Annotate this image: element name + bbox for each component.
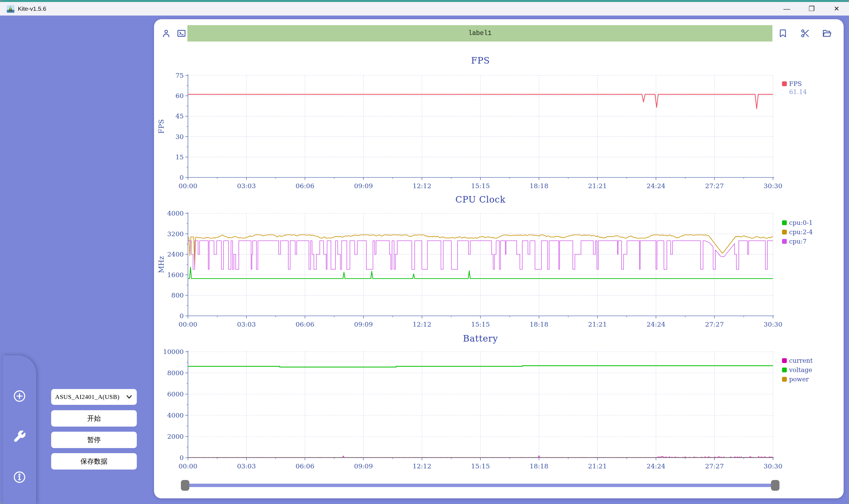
cpu-clock-plot: 0800160024003200400000:0003:0306:0609:09… — [154, 203, 844, 350]
legend-item-cpu-0-1[interactable]: cpu:0-1 — [782, 218, 813, 228]
chart-title-fps: FPS — [188, 55, 773, 66]
svg-text:18:18: 18:18 — [530, 463, 548, 470]
svg-text:4000: 4000 — [167, 412, 184, 419]
title-bar: Kite-v1.5.6 — ❐ ✕ — [0, 2, 849, 16]
slider-handle-right[interactable] — [771, 480, 779, 491]
legend-swatch — [782, 220, 787, 225]
svg-text:21:21: 21:21 — [588, 182, 607, 190]
left-dock — [3, 355, 36, 504]
svg-text:03:03: 03:03 — [237, 463, 256, 470]
svg-text:21:21: 21:21 — [588, 463, 607, 470]
svg-text:75: 75 — [176, 72, 184, 79]
legend-label: voltage — [789, 366, 812, 374]
legend-item-current[interactable]: current — [782, 356, 813, 365]
svg-text:21:21: 21:21 — [588, 321, 607, 328]
svg-text:2000: 2000 — [167, 433, 184, 440]
terminal-icon[interactable] — [177, 29, 186, 38]
window-top-accent — [0, 0, 849, 2]
legend-item-power[interactable]: power — [782, 375, 813, 384]
wrench-icon[interactable] — [13, 430, 26, 443]
svg-text:4000: 4000 — [167, 210, 184, 217]
svg-text:3200: 3200 — [167, 230, 184, 238]
start-button[interactable]: 开始 — [51, 410, 137, 427]
legend-swatch — [782, 377, 787, 382]
legend-swatch — [782, 239, 787, 244]
svg-text:30:30: 30:30 — [764, 182, 782, 190]
legend-label: power — [789, 376, 809, 383]
legend-label: cpu:2-4 — [789, 229, 813, 236]
svg-text:24:24: 24:24 — [647, 463, 665, 470]
battery-plot: 020004000600080001000000:0003:0306:0609:… — [154, 341, 844, 494]
time-range-slider[interactable] — [181, 480, 779, 491]
scissors-icon[interactable] — [800, 29, 810, 38]
chart-toolbar: label1 — [154, 25, 844, 41]
legend-label: cpu:0-1 — [789, 219, 813, 226]
svg-text:30: 30 — [176, 133, 184, 140]
fps-plot: 0153045607500:0003:0306:0609:0912:1215:1… — [154, 65, 844, 211]
chevron-down-icon — [125, 394, 133, 402]
svg-text:8000: 8000 — [167, 369, 184, 377]
slider-handle-left[interactable] — [181, 480, 189, 491]
user-icon[interactable] — [161, 29, 171, 38]
device-select[interactable]: ASUS_AI2401_A(USB) — [51, 389, 137, 405]
svg-text:6000: 6000 — [167, 391, 184, 398]
save-data-button[interactable]: 保存数据 — [51, 453, 137, 470]
content-card: label1 — [154, 19, 844, 498]
info-icon[interactable] — [13, 470, 26, 484]
add-icon[interactable] — [13, 389, 26, 403]
folder-icon[interactable] — [822, 29, 831, 38]
fps-legend: FPS61.14 — [782, 79, 807, 97]
device-select-value: ASUS_AI2401_A(USB) — [55, 393, 120, 401]
svg-text:27:27: 27:27 — [705, 463, 724, 470]
app-icon — [7, 5, 14, 13]
minimize-button[interactable]: — — [774, 2, 799, 16]
app-window: Kite-v1.5.6 — ❐ ✕ — [0, 0, 849, 504]
legend-label: cpu:7 — [789, 238, 807, 245]
legend-label: current — [789, 357, 813, 364]
legend-swatch — [782, 367, 787, 372]
svg-text:800: 800 — [171, 291, 184, 299]
svg-text:09:09: 09:09 — [354, 463, 373, 470]
legend-item-voltage[interactable]: voltage — [782, 365, 813, 375]
svg-text:MHz: MHz — [157, 256, 165, 273]
legend-item-FPS[interactable]: FPS — [782, 79, 807, 88]
legend-swatch — [782, 230, 787, 234]
svg-text:10000: 10000 — [163, 348, 184, 355]
svg-text:12:12: 12:12 — [413, 182, 431, 190]
legend-swatch — [782, 358, 787, 363]
legend-swatch — [782, 82, 787, 86]
battery-legend: currentvoltagepower — [782, 356, 813, 384]
maximize-button[interactable]: ❐ — [799, 2, 824, 16]
window-title: Kite-v1.5.6 — [18, 5, 46, 12]
control-column: ASUS_AI2401_A(USB) 开始 暂停 保存数据 — [51, 389, 137, 474]
svg-text:06:06: 06:06 — [296, 182, 314, 190]
svg-text:12:12: 12:12 — [413, 463, 431, 470]
legend-item-cpu-7[interactable]: cpu:7 — [782, 237, 813, 246]
svg-text:18:18: 18:18 — [530, 182, 548, 190]
svg-text:00:00: 00:00 — [179, 463, 197, 470]
svg-text:45: 45 — [176, 112, 184, 120]
svg-text:1600: 1600 — [167, 271, 184, 278]
slider-fill — [185, 484, 776, 487]
bookmark-icon[interactable] — [778, 29, 788, 38]
close-button[interactable]: ✕ — [824, 2, 849, 16]
svg-text:06:06: 06:06 — [296, 463, 314, 470]
svg-text:0: 0 — [179, 174, 184, 181]
svg-text:03:03: 03:03 — [237, 182, 256, 190]
cpu-clock-legend: cpu:0-1cpu:2-4cpu:7 — [782, 218, 813, 246]
svg-text:03:03: 03:03 — [237, 321, 256, 328]
svg-text:27:27: 27:27 — [705, 182, 724, 190]
svg-text:24:24: 24:24 — [647, 182, 665, 190]
svg-text:15:15: 15:15 — [471, 321, 490, 328]
label-field[interactable]: label1 — [188, 25, 773, 41]
legend-item-cpu-2-4[interactable]: cpu:2-4 — [782, 228, 813, 237]
svg-text:15:15: 15:15 — [471, 182, 490, 190]
svg-text:06:06: 06:06 — [296, 321, 314, 328]
svg-text:30:30: 30:30 — [764, 321, 782, 328]
legend-label: FPS — [789, 80, 802, 87]
pause-button[interactable]: 暂停 — [51, 432, 137, 448]
svg-text:0: 0 — [179, 454, 184, 461]
svg-text:00:00: 00:00 — [179, 321, 197, 328]
svg-text:12:12: 12:12 — [413, 321, 431, 328]
svg-text:30:30: 30:30 — [764, 463, 782, 470]
